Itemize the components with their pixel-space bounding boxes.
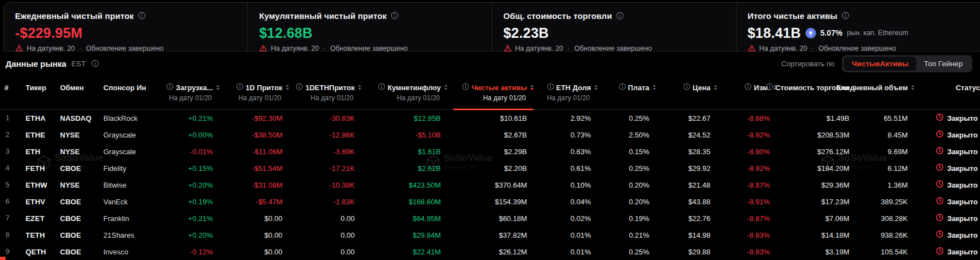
stat-value: $2.23B <box>504 25 549 41</box>
eth-mcap-percent: 5.07% <box>820 28 843 37</box>
info-icon[interactable] <box>462 83 469 92</box>
column-header-net_assets[interactable]: Чистые активыНа дату 01/20 <box>447 75 534 109</box>
sort-option-net-assets[interactable]: ЧистыеАктивы <box>844 57 916 71</box>
column-header-change[interactable]: Изм. <box>717 75 777 109</box>
cell-trade_value: $184.20M <box>777 164 856 173</box>
cell-status: Закрыто <box>914 146 980 156</box>
cell-fee: 2.50% <box>598 131 656 139</box>
column-header-cum_inflow[interactable]: КумнетинфлоуНа дату 01/20 <box>361 75 447 109</box>
status-label: Закрыто <box>947 198 978 206</box>
table-row-ETHE[interactable]: 2ETHENYSEGrayscale+0.00%-$38.50M-12.86K-… <box>0 126 980 143</box>
column-label: Загрузка... <box>176 84 213 92</box>
column-header-num: # <box>0 75 21 109</box>
column-label: # <box>4 84 8 92</box>
column-header-trade_value[interactable]: Стоимость торговли <box>777 75 856 109</box>
cell-change: -8.91% <box>717 198 777 206</box>
table-row-FETH[interactable]: 4FETHCBOEFidelity+0.15%-$51.54M-17.21K$2… <box>0 160 980 176</box>
cell-inflow_1d: -$31.08M <box>220 181 289 189</box>
stat-value: $18.41B <box>748 25 801 41</box>
cell-volume: 105.54K <box>856 248 914 256</box>
cell-eth_flow_1d: -12.86K <box>289 131 361 139</box>
info-icon[interactable] <box>166 83 173 92</box>
column-header-price[interactable]: Цена <box>656 75 717 109</box>
sort-by-label: Сортировать по <box>782 60 835 68</box>
table-row-QETH[interactable]: 9QETHCBOEInvesco-0.12%$0.000.00$22.41M$2… <box>0 243 980 260</box>
column-header-eth_share[interactable]: ETH ДоляНа дату 01/20 <box>534 75 598 109</box>
cell-cum_inflow: $2.62B <box>361 164 447 173</box>
cell-ticker: QETH <box>21 248 56 256</box>
cell-sponsor: Grayscale <box>99 131 163 139</box>
cell-ticker: FETH <box>21 164 56 173</box>
cell-eth_share: 2.92% <box>534 114 598 122</box>
cell-eth_share: 0.04% <box>534 198 598 206</box>
table-row-EZET[interactable]: 7EZETCBOEFranklin+0.21%$0.000.00$64.95M$… <box>0 210 980 227</box>
cell-status: Закрыто <box>914 163 980 173</box>
column-header-volume[interactable]: Ежедневный объем <box>856 75 914 109</box>
table-row-ETH[interactable]: 3ETHNYSEGrayscale-0.01%-$11.06M-3.69K$1.… <box>0 143 980 160</box>
table-row-ETHV[interactable]: 6ETHVCBOEVanEck+0.19%-$5.47M-1.83K$168.6… <box>0 193 980 210</box>
column-sub-label: На дату 01/20 <box>289 94 361 104</box>
column-header-ticker: Тикер <box>21 75 56 109</box>
cell-change: -8.87% <box>717 181 777 189</box>
cell-cum_inflow: $22.41M <box>361 248 447 256</box>
cell-sponsor: Fidelity <box>99 164 163 173</box>
info-icon[interactable] <box>296 83 303 92</box>
status-label: Закрыто <box>947 114 978 122</box>
info-icon[interactable] <box>236 83 243 92</box>
column-header-inflow_1d[interactable]: 1D ПритокНа дату 01/20 <box>220 75 289 109</box>
cell-exchange: NYSE <box>56 148 99 156</box>
column-label: Обмен <box>60 84 84 92</box>
sort-option-top-gainer[interactable]: Топ Гейнер <box>916 57 971 71</box>
column-header-status: Статус <box>914 75 980 109</box>
column-header-premium[interactable]: Загрузка...На дату 01/20 <box>163 75 220 109</box>
cell-net_assets: $26.12M <box>447 248 534 256</box>
cell-eth_share: 0.02% <box>534 214 598 223</box>
cell-price: $22.76 <box>656 214 717 223</box>
column-header-eth_flow_1d[interactable]: 1DETHПритокНа дату 01/20 <box>289 75 361 109</box>
clock-icon <box>936 113 944 123</box>
cell-price: $22.67 <box>656 114 717 122</box>
column-label: Ежедневный объем <box>836 84 908 92</box>
info-icon[interactable] <box>547 83 554 92</box>
info-icon[interactable] <box>616 12 624 19</box>
column-label: 1D Приток <box>246 84 282 92</box>
info-icon[interactable] <box>391 12 399 19</box>
stat-update-status: Обновление завершено <box>818 45 896 52</box>
stat-card-cumulative-net-inflow: Кумулятивный чистый приток $12.68B На да… <box>247 3 491 51</box>
table-row-ETHW[interactable]: 5ETHWNYSEBitwise+0.20%-$31.08M-10.38K$42… <box>0 176 980 193</box>
cell-trade_value: $208.53M <box>777 131 856 139</box>
column-label: Спонсор Ин <box>103 84 146 92</box>
info-icon[interactable] <box>842 12 849 19</box>
column-header-fee[interactable]: Плата <box>598 75 656 109</box>
cell-net_assets: $154.39M <box>447 198 534 206</box>
cell-price: $24.52 <box>656 131 717 139</box>
dot-separator: · <box>566 45 571 52</box>
info-icon[interactable] <box>138 12 146 19</box>
cell-premium: +0.15% <box>163 164 220 173</box>
stat-title: Ежедневный чистый приток <box>15 11 134 21</box>
info-icon[interactable] <box>619 83 626 92</box>
info-icon[interactable] <box>744 83 752 92</box>
cell-premium: +0.21% <box>163 214 220 223</box>
info-icon[interactable] <box>683 83 690 92</box>
info-icon[interactable] <box>766 83 773 92</box>
cell-status: Закрыто <box>914 247 980 257</box>
status-label: Закрыто <box>947 231 978 239</box>
cell-change: -8.87% <box>717 214 777 223</box>
cell-status: Закрыто <box>914 230 980 240</box>
cell-exchange: CBOE <box>56 198 99 206</box>
dot-separator: · <box>810 45 815 52</box>
cell-ticker: ETHE <box>21 131 56 139</box>
cell-trade_value: $14.18M <box>777 231 856 239</box>
column-label: Статус <box>956 84 980 92</box>
cell-exchange: NASDAQ <box>56 114 99 122</box>
cell-price: $14.98 <box>656 231 717 239</box>
clock-icon <box>936 180 944 190</box>
etf-dashboard: Ежедневный чистый приток -$229.95M На да… <box>0 0 980 260</box>
info-icon[interactable] <box>378 83 385 92</box>
info-icon[interactable] <box>91 60 99 67</box>
table-row-ETHA[interactable]: 1ETHANASDAQBlackRock+0.21%-$92.30M-30.83… <box>0 110 980 126</box>
table-row-TETH[interactable]: 8TETHCBOE21Shares+0.20%$0.000.00$29.84M$… <box>0 227 980 243</box>
cell-num: 2 <box>0 131 21 139</box>
cell-fee: 0.19% <box>598 214 656 223</box>
